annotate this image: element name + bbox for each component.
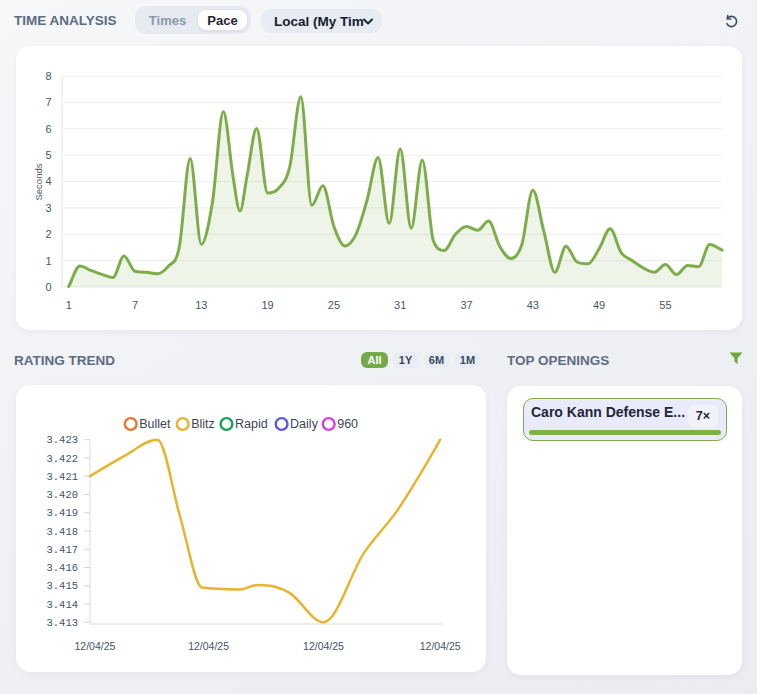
svg-text:6: 6: [45, 123, 51, 135]
svg-text:960: 960: [337, 417, 358, 431]
svg-text:3: 3: [45, 202, 51, 214]
svg-text:Daily: Daily: [290, 417, 319, 431]
svg-text:3.423: 3.423: [46, 434, 78, 446]
svg-text:13: 13: [195, 299, 207, 311]
svg-text:3.419: 3.419: [46, 507, 78, 519]
svg-text:25: 25: [328, 299, 340, 311]
svg-text:37: 37: [460, 299, 472, 311]
svg-text:3.416: 3.416: [46, 562, 78, 574]
svg-text:3.417: 3.417: [46, 544, 78, 556]
svg-text:12/04/25: 12/04/25: [74, 640, 115, 652]
svg-text:4: 4: [45, 175, 51, 187]
svg-text:2: 2: [45, 228, 51, 240]
svg-text:19: 19: [261, 299, 273, 311]
svg-text:Rapid: Rapid: [235, 417, 268, 431]
svg-text:Blitz: Blitz: [191, 417, 215, 431]
svg-text:43: 43: [527, 299, 539, 311]
svg-text:3.422: 3.422: [46, 453, 78, 465]
svg-text:3.418: 3.418: [46, 526, 78, 538]
svg-text:3.413: 3.413: [46, 617, 78, 629]
svg-text:3.420: 3.420: [46, 489, 78, 501]
svg-text:7: 7: [132, 299, 138, 311]
svg-text:7: 7: [45, 96, 51, 108]
svg-text:12/04/25: 12/04/25: [303, 640, 344, 652]
svg-text:5: 5: [45, 149, 51, 161]
svg-text:8: 8: [45, 70, 51, 82]
svg-text:1: 1: [45, 255, 51, 267]
svg-text:31: 31: [394, 299, 406, 311]
svg-text:55: 55: [659, 299, 671, 311]
svg-text:0: 0: [45, 281, 51, 293]
svg-text:3.421: 3.421: [46, 471, 78, 483]
svg-text:Seconds: Seconds: [33, 163, 44, 200]
svg-text:3.415: 3.415: [46, 580, 78, 592]
svg-text:Bullet: Bullet: [139, 417, 171, 431]
svg-text:12/04/25: 12/04/25: [420, 640, 461, 652]
svg-text:12/04/25: 12/04/25: [188, 640, 229, 652]
svg-text:49: 49: [593, 299, 605, 311]
svg-text:1: 1: [66, 299, 72, 311]
svg-text:3.414: 3.414: [46, 599, 78, 611]
